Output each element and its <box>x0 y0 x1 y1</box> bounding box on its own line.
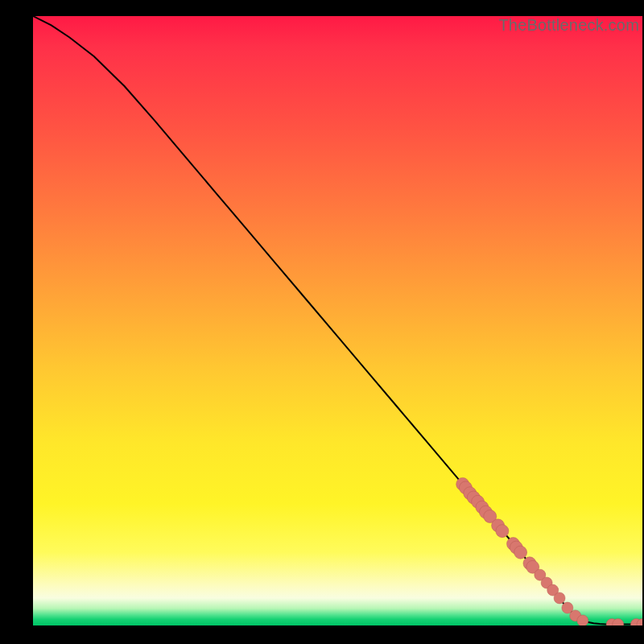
chart-frame: TheBottleneck.com <box>0 0 644 644</box>
curve-marker <box>554 592 565 604</box>
plot-area: TheBottleneck.com <box>33 16 642 625</box>
curve-marker <box>496 525 509 538</box>
bottleneck-curve <box>33 16 642 624</box>
chart-svg <box>33 16 642 625</box>
curve-markers <box>456 477 642 625</box>
curve-marker <box>514 546 527 559</box>
curve-marker <box>577 615 588 625</box>
